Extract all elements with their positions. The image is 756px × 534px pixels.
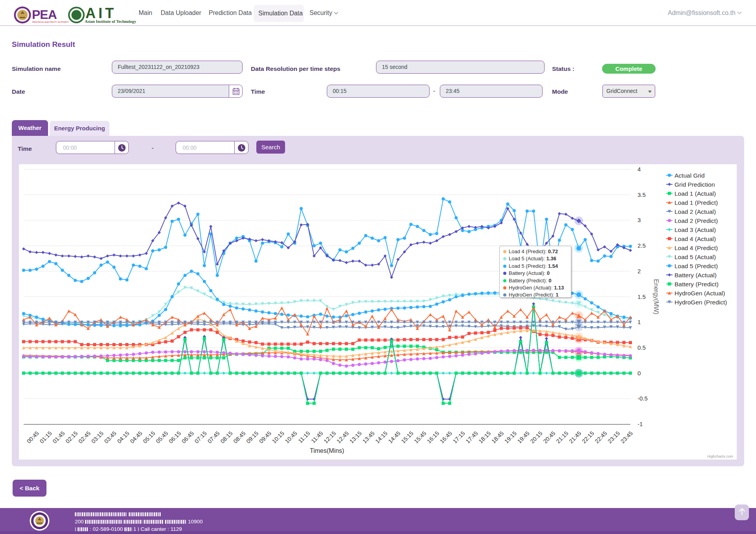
svg-text:HydroGen (Actual): HydroGen (Actual) — [674, 290, 725, 297]
svg-text:PEA: PEA — [32, 7, 57, 22]
svg-text:Load 4 (Predict): Load 4 (Predict) — [674, 245, 718, 251]
svg-text:3: 3 — [637, 217, 641, 223]
svg-text:Load 1 (Actual): Load 1 (Actual) — [674, 190, 716, 197]
svg-text:AIT: AIT — [85, 6, 117, 21]
svg-text:1.5: 1.5 — [637, 293, 646, 300]
svg-text:0: 0 — [637, 370, 641, 376]
svg-text:4: 4 — [637, 166, 641, 172]
svg-text:Asian Institute of Technology: Asian Institute of Technology — [85, 19, 137, 24]
svg-text:Battery (Predict): Battery (Predict) — [674, 281, 719, 287]
svg-text:Highcharts.com: Highcharts.com — [707, 454, 733, 458]
svg-text:-1: -1 — [637, 421, 643, 427]
svg-text:2.5: 2.5 — [637, 242, 646, 249]
svg-text:PROVINCIAL ELECTRICITY AUTHORI: PROVINCIAL ELECTRICITY AUTHORITY — [32, 21, 70, 23]
svg-text:0.5: 0.5 — [637, 344, 646, 351]
svg-text:HydroGen (Predict): HydroGen (Predict) — [674, 299, 727, 306]
svg-text:Energy(MW): Energy(MW) — [653, 279, 660, 315]
svg-text:Load 5 (Actual): Load 5 (Actual) — [674, 254, 716, 260]
svg-text:Load 1 (Predict): Load 1 (Predict) — [674, 199, 718, 206]
svg-text:Load 5 (Predict): Load 5 (Predict) — [674, 263, 718, 269]
svg-text:Times(Mins): Times(Mins) — [310, 447, 344, 454]
svg-text:2: 2 — [637, 268, 641, 274]
svg-text:1: 1 — [637, 319, 641, 325]
svg-text:Battery (Actual): Battery (Actual) — [674, 272, 717, 278]
svg-text:Load 3 (Actual): Load 3 (Actual) — [674, 226, 716, 233]
svg-text:Actual Grid: Actual Grid — [674, 172, 705, 179]
svg-text:3.5: 3.5 — [637, 191, 646, 198]
svg-text:Load 4 (Actual): Load 4 (Actual) — [674, 235, 716, 242]
svg-text:Load 2 (Predict): Load 2 (Predict) — [674, 217, 718, 224]
svg-text:Load 2 (Actual): Load 2 (Actual) — [674, 208, 716, 215]
svg-text:Grid Prediction: Grid Prediction — [674, 181, 715, 188]
svg-text:-0.5: -0.5 — [637, 395, 648, 402]
